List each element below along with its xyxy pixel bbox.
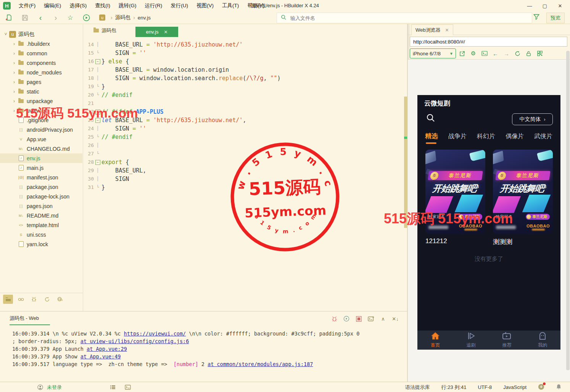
fold-collapse-icon[interactable]: −	[95, 110, 100, 115]
cursor-position[interactable]: 行:23 列:41	[441, 384, 467, 391]
fold-collapse-icon[interactable]: −	[95, 118, 100, 123]
debug-bug-icon[interactable]	[330, 315, 338, 323]
save-button[interactable]	[20, 13, 29, 22]
bookmark-star-icon[interactable]: ☆	[66, 13, 75, 22]
clear-console-icon[interactable]: ✕↓	[391, 315, 399, 323]
refresh-icon[interactable]	[513, 51, 522, 56]
menu-item[interactable]: 工具(T)	[218, 2, 243, 9]
tab-env-js[interactable]: env.js ✕	[135, 27, 178, 37]
code-area[interactable]: 14│ BASE_URL = 'http://635.jiuzhouw.net/…	[83, 37, 403, 192]
syntax-hint-lib[interactable]: 语法提示库	[405, 384, 430, 391]
nav-item-首页[interactable]: 首页	[417, 331, 453, 350]
menu-item[interactable]: 发行(U)	[166, 2, 192, 9]
tree-item-common[interactable]: ›common	[0, 48, 82, 58]
tree-item-package-json[interactable]: [ ]package.json	[0, 182, 82, 192]
console-link[interactable]: at App.vue:29	[87, 346, 127, 352]
run-button[interactable]	[82, 13, 91, 22]
tree-item--[interactable]: ˅u源码包	[0, 29, 82, 39]
fold-collapse-icon[interactable]: −	[95, 59, 100, 64]
settings-gear-icon[interactable]: ⚙	[469, 50, 478, 57]
update-download-icon[interactable]	[538, 384, 544, 391]
remote-globe-icon[interactable]	[55, 295, 65, 304]
search-tab-icon[interactable]	[16, 295, 26, 304]
collapse-panel-icon[interactable]: ∧	[379, 315, 387, 323]
preview-button[interactable]: 预览	[546, 13, 565, 23]
editor-scrollbar[interactable]	[404, 97, 407, 228]
refresh-tab-icon[interactable]	[42, 295, 52, 304]
tree-item-androidprivacy-json[interactable]: [ ]androidPrivacy.json	[0, 125, 82, 134]
unlock-icon[interactable]	[524, 51, 533, 56]
close-tab-icon[interactable]: ✕	[164, 29, 167, 35]
outline-list-icon[interactable]	[109, 385, 116, 390]
tree-item-app-vue[interactable]: VApp.vue	[0, 134, 82, 144]
category-tab-科幻片[interactable]: 科幻片	[477, 132, 495, 140]
close-tab-icon[interactable]: ✕	[445, 27, 449, 33]
tree-item-package-lock-json[interactable]: [ ]package-lock.json	[0, 192, 82, 201]
bell-icon[interactable]	[556, 384, 562, 391]
tab-project-folder[interactable]: 源码包	[93, 27, 116, 34]
maximize-button[interactable]: ▢	[537, 3, 552, 9]
category-tab-战争片[interactable]: 战争片	[448, 132, 467, 140]
console-link[interactable]: at common/store/modules/app.js:187	[208, 361, 313, 367]
tree-item-yarn-lock[interactable]: yarn.lock	[0, 239, 82, 249]
tree-item-main-js[interactable]: Jmain.js	[0, 163, 82, 173]
console-link[interactable]: at uview-ui/libs/config/config.js:6	[81, 338, 189, 344]
menu-item[interactable]: 视图(V)	[192, 2, 218, 9]
filter-icon[interactable]	[533, 14, 539, 21]
new-file-button[interactable]	[5, 13, 14, 22]
explorer-tab-icon[interactable]	[3, 295, 13, 304]
tree-item--hbuilderx[interactable]: ›.hbuilderx	[0, 39, 82, 48]
menu-item[interactable]: 编辑(E)	[40, 2, 65, 9]
minimize-button[interactable]: —	[522, 3, 537, 9]
nav-item-追剧[interactable]: 追剧	[453, 331, 489, 350]
menu-item[interactable]: 文件(F)	[14, 2, 40, 9]
back-arrow-icon[interactable]: ←	[491, 50, 500, 57]
menu-item[interactable]: 查找(I)	[91, 2, 114, 9]
browser-scrollbar[interactable]	[566, 51, 570, 370]
code-editor[interactable]: 源码包 env.js ✕ 14│ BASE_URL = 'http://635.…	[83, 24, 407, 311]
breadcrumb-project[interactable]: 源码包	[115, 14, 131, 21]
nav-item-我的[interactable]: 我的	[525, 331, 560, 350]
device-select[interactable]: iPhone 6/7/8 ▼	[410, 48, 456, 58]
console-link[interactable]: at App.vue:49	[81, 353, 121, 360]
category-tab-武侠片[interactable]: 武侠片	[534, 132, 552, 140]
language-select-button[interactable]: 中文简体 ›	[512, 113, 553, 125]
open-external-icon[interactable]	[457, 51, 467, 56]
debug-tab-icon[interactable]	[29, 295, 39, 304]
language-mode[interactable]: JavaScript	[503, 384, 527, 390]
tree-item-pages-json[interactable]: [ ]pages.json	[0, 201, 82, 211]
encoding[interactable]: UTF-8	[478, 384, 492, 390]
new-console-icon[interactable]	[367, 315, 375, 323]
search-input[interactable]	[290, 15, 520, 21]
url-bar[interactable]: http://localhost:8080/#/	[410, 37, 567, 47]
qr-code-icon[interactable]	[535, 51, 544, 56]
tree-item-uni-scss[interactable]: Suni.scss	[0, 230, 82, 239]
tree-item--gitignore[interactable]: .gitignore	[0, 115, 82, 125]
restart-icon[interactable]	[342, 315, 351, 323]
close-button[interactable]: ✕	[552, 3, 568, 9]
menu-item[interactable]: 选择(S)	[65, 2, 91, 9]
category-tab-精选[interactable]: 精选	[425, 132, 438, 140]
category-tab-偶像片[interactable]: 偶像片	[506, 132, 524, 140]
drama-card[interactable]: 泰泰兰尼斯开始跳舞吧3独家冠名泰兰尼斯OBAOBAO测测测	[493, 150, 553, 246]
tree-item-static[interactable]: ›static	[0, 87, 82, 96]
console-tab[interactable]: 源码包 - Web	[10, 315, 39, 322]
tree-item-readme-md[interactable]: M↓README.md	[0, 211, 82, 220]
tree-item-pages[interactable]: ›pages	[0, 77, 82, 87]
forward-arrow-icon[interactable]: →	[502, 50, 511, 57]
navigate-back-icon[interactable]: ‹	[36, 13, 45, 22]
stop-icon[interactable]	[354, 315, 363, 323]
breadcrumb-file[interactable]: env.js	[138, 15, 151, 21]
tree-item-manifest-json[interactable]: [@]manifest.json	[0, 173, 82, 182]
tree-item-components[interactable]: ›components	[0, 58, 82, 68]
console-icon[interactable]	[480, 51, 489, 56]
login-status[interactable]: 未登录	[47, 384, 62, 391]
menu-item[interactable]: 运行(R)	[141, 2, 167, 9]
tree-item-env-js[interactable]: Jenv.js	[0, 153, 82, 163]
drama-card[interactable]: 泰泰兰尼斯开始跳舞吧3独家冠名泰兰尼斯OBAOBAO121212	[425, 150, 485, 246]
tree-item-template-html[interactable]: <>template.html	[0, 220, 82, 230]
nav-item-推荐[interactable]: 推荐	[489, 331, 525, 350]
tree-item-unpackage[interactable]: ›unpackage	[0, 96, 82, 106]
tree-item-changelog-md[interactable]: M↓CHANGELOG.md	[0, 144, 82, 153]
menu-item[interactable]: 跳转(G)	[114, 2, 141, 9]
